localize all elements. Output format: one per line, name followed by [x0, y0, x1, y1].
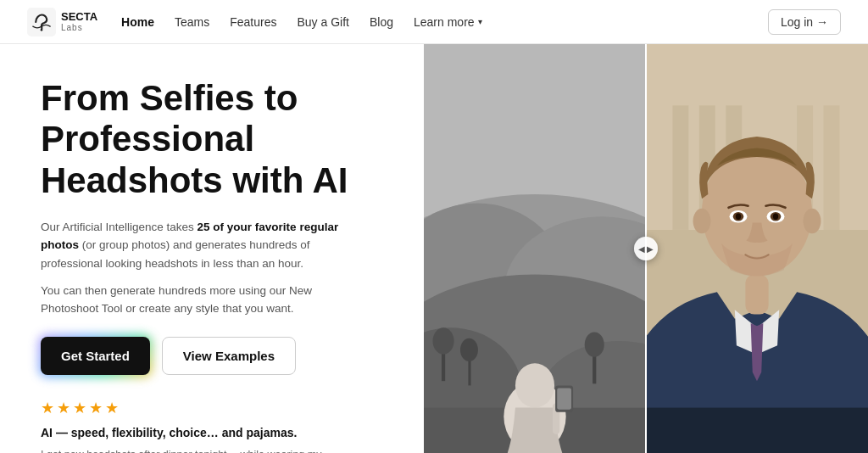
svg-point-11	[432, 327, 453, 354]
svg-point-32	[736, 214, 741, 220]
review-title: AI — speed, flexibility, choice… and paj…	[41, 426, 390, 439]
logo[interactable]: SECTA Labs	[27, 8, 97, 36]
logo-name: SECTA	[61, 11, 97, 23]
right-panel: ◀▶	[424, 44, 868, 453]
nav-blog[interactable]: Blog	[370, 15, 393, 29]
navbar: SECTA Labs Home Teams Features Buy a Gif…	[0, 0, 868, 44]
chevron-down-icon: ▾	[478, 17, 482, 26]
hero-title: From Selfies to Professional Headshots w…	[41, 78, 390, 201]
slider-control[interactable]: ◀▶	[634, 237, 658, 260]
svg-rect-23	[672, 105, 688, 230]
review-text: I got new headshots after dinner tonight…	[41, 446, 363, 453]
hero-desc-1: Our Artificial Intelligence takes 25 of …	[41, 218, 363, 273]
svg-rect-0	[27, 8, 56, 36]
svg-point-36	[693, 209, 711, 233]
svg-point-13	[460, 338, 478, 361]
svg-point-1	[41, 29, 43, 31]
view-examples-button[interactable]: View Examples	[162, 337, 296, 375]
svg-point-17	[515, 363, 554, 407]
svg-point-35	[773, 214, 778, 220]
image-composite: ◀▶	[424, 44, 868, 453]
star-3: ★	[73, 399, 86, 417]
star-5: ★	[105, 399, 119, 417]
nav-home[interactable]: Home	[121, 15, 154, 29]
svg-point-37	[803, 209, 821, 233]
landscape-image	[424, 44, 646, 453]
nav-buy-gift[interactable]: Buy a Gift	[298, 15, 349, 29]
nav-learn-more[interactable]: Learn more ▾	[414, 15, 482, 29]
svg-rect-20	[557, 389, 571, 410]
nav-links: Home Teams Features Buy a Gift Blog Lear…	[121, 15, 768, 29]
main-content: From Selfies to Professional Headshots w…	[0, 44, 868, 453]
nav-features[interactable]: Features	[230, 15, 276, 29]
svg-point-15	[585, 333, 604, 357]
get-started-button[interactable]: Get Started	[41, 337, 150, 375]
svg-rect-27	[824, 105, 840, 230]
left-panel: From Selfies to Professional Headshots w…	[0, 44, 424, 453]
star-1: ★	[41, 399, 54, 417]
cta-buttons: Get Started View Examples	[41, 337, 390, 375]
headshot-image	[646, 44, 868, 453]
logo-sub: Labs	[61, 23, 97, 32]
nav-teams[interactable]: Teams	[175, 15, 209, 29]
hero-desc-2: You can then generate hundreds more usin…	[41, 282, 363, 318]
login-button[interactable]: Log in →	[768, 9, 841, 35]
star-rating: ★ ★ ★ ★ ★	[41, 399, 390, 417]
svg-rect-38	[646, 408, 868, 453]
svg-rect-28	[745, 274, 768, 314]
star-4: ★	[89, 399, 103, 417]
slider-arrows-icon: ◀▶	[638, 244, 654, 254]
star-2: ★	[57, 399, 70, 417]
